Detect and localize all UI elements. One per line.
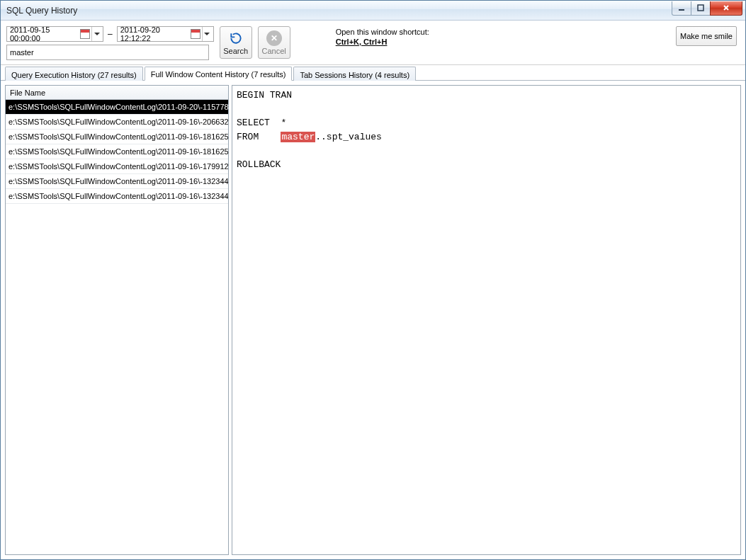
shortcut-keys: Ctrl+K, Ctrl+H [336, 38, 429, 46]
sql-line: ROLLBACK [237, 159, 281, 170]
sql-highlight: master [281, 132, 315, 142]
calendar-icon [191, 29, 200, 39]
tab-label: Query Execution History (27 results) [11, 71, 137, 79]
search-button-label: Search [223, 47, 248, 55]
cancel-button[interactable]: Cancel [258, 26, 290, 59]
chevron-down-icon[interactable] [202, 27, 212, 41]
list-item[interactable]: e:\SSMSTools\SQLFullWindowContentLog\201… [6, 189, 228, 204]
cancel-icon [266, 30, 282, 46]
sql-line-from: FROM [237, 132, 281, 142]
file-list-body: e:\SSMSTools\SQLFullWindowContentLog\201… [6, 100, 228, 554]
search-input[interactable] [6, 45, 209, 60]
list-item[interactable]: e:\SSMSTools\SQLFullWindowContentLog\201… [6, 115, 228, 130]
sql-content-panel[interactable]: BEGIN TRAN SELECT * FROM master..spt_val… [232, 85, 741, 555]
date-from-value: 2011-09-15 00:00:00 [10, 25, 80, 42]
titlebar[interactable]: SQL Query History [1, 1, 745, 21]
shortcut-info: Open this window shortcut: Ctrl+K, Ctrl+… [336, 26, 429, 46]
search-button[interactable]: Search [220, 26, 252, 59]
svg-rect-1 [698, 5, 703, 11]
list-item[interactable]: e:\SSMSTools\SQLFullWindowContentLog\201… [6, 159, 228, 174]
app-window: SQL Query History 2011-09-15 00:00:00 – [0, 0, 746, 560]
date-from-input[interactable]: 2011-09-15 00:00:00 [6, 26, 103, 42]
date-separator: – [108, 29, 113, 39]
content-area: File Name e:\SSMSTools\SQLFullWindowCont… [1, 81, 745, 559]
make-me-smile-button[interactable]: Make me smile [676, 26, 737, 46]
list-item[interactable]: e:\SSMSTools\SQLFullWindowContentLog\201… [6, 144, 228, 159]
file-list-panel: File Name e:\SSMSTools\SQLFullWindowCont… [5, 85, 229, 555]
shortcut-label: Open this window shortcut: [336, 28, 429, 36]
date-to-input[interactable]: 2011-09-20 12:12:22 [117, 26, 214, 42]
cancel-button-label: Cancel [262, 47, 286, 55]
date-to-value: 2011-09-20 12:12:22 [120, 25, 191, 42]
tab-full-window-content-history[interactable]: Full Window Content History (7 results) [145, 67, 293, 81]
sql-line: BEGIN TRAN [237, 90, 292, 101]
minimize-icon [677, 4, 686, 12]
date-range-row: 2011-09-15 00:00:00 – 2011-09-20 12:12:2… [6, 26, 214, 42]
tab-query-execution-history[interactable]: Query Execution History (27 results) [5, 67, 143, 81]
minimize-button[interactable] [672, 1, 691, 16]
filter-group: 2011-09-15 00:00:00 – 2011-09-20 12:12:2… [6, 26, 214, 60]
list-item[interactable]: e:\SSMSTools\SQLFullWindowContentLog\201… [6, 174, 228, 189]
close-button[interactable] [710, 1, 742, 16]
list-item[interactable]: e:\SSMSTools\SQLFullWindowContentLog\201… [6, 130, 228, 144]
sql-line-rest: ..spt_values [315, 132, 382, 142]
smile-button-label: Make me smile [680, 32, 733, 40]
tab-label: Tab Sessions History (4 results) [300, 71, 409, 79]
maximize-button[interactable] [691, 1, 711, 16]
tab-tab-sessions-history[interactable]: Tab Sessions History (4 results) [293, 67, 416, 81]
tab-label: Full Window Content History (7 results) [151, 70, 286, 79]
maximize-icon [696, 4, 705, 12]
close-icon [722, 4, 730, 12]
window-controls [672, 1, 742, 16]
file-list-header[interactable]: File Name [6, 86, 228, 100]
calendar-icon [80, 29, 90, 39]
toolbar: 2011-09-15 00:00:00 – 2011-09-20 12:12:2… [1, 21, 745, 65]
sql-line: SELECT * [237, 118, 286, 128]
refresh-icon [228, 30, 244, 46]
chevron-down-icon[interactable] [91, 27, 101, 41]
list-item[interactable]: e:\SSMSTools\SQLFullWindowContentLog\201… [6, 100, 228, 115]
window-title: SQL Query History [6, 6, 77, 16]
file-list-header-label: File Name [10, 88, 45, 97]
tabstrip: Query Execution History (27 results) Ful… [1, 65, 745, 81]
